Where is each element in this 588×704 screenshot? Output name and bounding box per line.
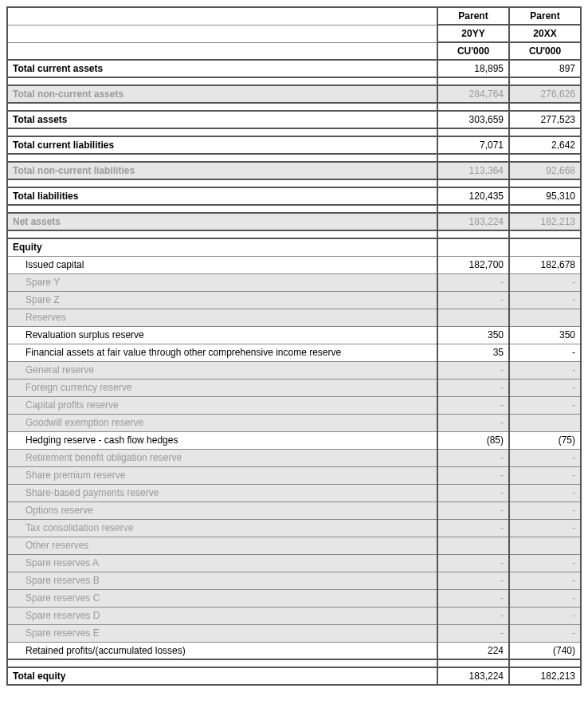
row-share-premium-reserve: Share premium reserve - - (7, 466, 581, 484)
cell-label: Other reserves (7, 537, 437, 554)
row-total-liabilities: Total liabilities 120,435 95,310 (7, 187, 581, 205)
cell-xx: 182,213 (509, 667, 581, 685)
cell-label: Tax consolidation reserve (7, 519, 437, 537)
cell-label: Spare reserves C (7, 589, 437, 607)
row-total-noncurrent-liabilities: Total non-current liabilities 113,364 92… (7, 162, 581, 179)
cell-yy: 120,435 (437, 187, 509, 205)
cell-label: Financial assets at fair value through o… (7, 344, 437, 361)
cell-yy (437, 238, 509, 256)
cell-label: Revaluation surplus reserve (7, 326, 437, 344)
cell-label: Retained profits/(accumulated losses) (7, 642, 437, 659)
header-blank (7, 7, 437, 25)
spacer (7, 77, 581, 85)
cell-xx: - (509, 466, 581, 484)
row-hedging-reserve: Hedging reserve - cash flow hedges (85) … (7, 431, 581, 449)
header-year-xx: 20XX (509, 25, 581, 42)
cell-xx: - (509, 484, 581, 501)
cell-yy: - (437, 589, 509, 607)
cell-yy: - (437, 607, 509, 624)
cell-xx: 350 (509, 326, 581, 344)
cell-yy: 113,364 (437, 162, 509, 179)
spacer (7, 179, 581, 187)
row-spare-reserves-e: Spare reserves E - - (7, 624, 581, 642)
cell-label: Issued capital (7, 256, 437, 273)
cell-xx: (740) (509, 642, 581, 659)
spacer (7, 128, 581, 136)
cell-label: Retirement benefit obligation reserve (7, 449, 437, 466)
row-net-assets: Net assets 183,224 182,213 (7, 213, 581, 230)
spacer (7, 154, 581, 162)
cell-xx: 182,213 (509, 213, 581, 230)
row-spare-reserves-c: Spare reserves C - - (7, 589, 581, 607)
cell-xx (509, 238, 581, 256)
row-total-current-assets: Total current assets 18,895 897 (7, 60, 581, 77)
row-reserves: Reserves (7, 309, 581, 326)
cell-xx (509, 537, 581, 554)
row-spare-reserves-b: Spare reserves B - - (7, 572, 581, 589)
cell-xx: - (509, 449, 581, 466)
cell-label: Foreign currency reserve (7, 379, 437, 396)
cell-xx: 95,310 (509, 187, 581, 205)
cell-yy (437, 537, 509, 554)
cell-label: Share premium reserve (7, 466, 437, 484)
row-spare-reserves-a: Spare reserves A - - (7, 554, 581, 572)
cell-xx: - (509, 624, 581, 642)
row-share-based-payments-reserve: Share-based payments reserve - - (7, 484, 581, 501)
spacer (7, 103, 581, 111)
header-row-unit: CU'000 CU'000 (7, 42, 581, 60)
cell-label: Spare reserves A (7, 554, 437, 572)
cell-label: Reserves (7, 309, 437, 326)
row-equity-heading: Equity (7, 238, 581, 256)
cell-yy: 35 (437, 344, 509, 361)
cell-xx: 277,523 (509, 111, 581, 128)
spacer (7, 659, 581, 667)
row-issued-capital: Issued capital 182,700 182,678 (7, 256, 581, 273)
header-unit-xx: CU'000 (509, 42, 581, 60)
cell-yy: - (437, 449, 509, 466)
cell-label: Equity (7, 238, 437, 256)
header-row-year: 20YY 20XX (7, 25, 581, 42)
cell-yy: - (437, 519, 509, 537)
row-total-noncurrent-assets: Total non-current assets 284,764 276,626 (7, 85, 581, 103)
header-parent-xx: Parent (509, 7, 581, 25)
cell-yy: - (437, 466, 509, 484)
cell-label: Total non-current liabilities (7, 162, 437, 179)
row-retained-profits: Retained profits/(accumulated losses) 22… (7, 642, 581, 659)
cell-yy: - (437, 484, 509, 501)
cell-xx: - (509, 273, 581, 291)
row-spare-reserves-d: Spare reserves D - - (7, 607, 581, 624)
cell-yy: - (437, 379, 509, 396)
cell-yy: 284,764 (437, 85, 509, 103)
cell-yy: - (437, 572, 509, 589)
row-total-current-liabilities: Total current liabilities 7,071 2,642 (7, 136, 581, 154)
cell-xx: - (509, 291, 581, 309)
cell-label: Total assets (7, 111, 437, 128)
cell-label: Spare reserves E (7, 624, 437, 642)
header-blank (7, 42, 437, 60)
row-spare-y: Spare Y - - (7, 273, 581, 291)
row-foreign-currency-reserve: Foreign currency reserve - - (7, 379, 581, 396)
cell-xx (509, 309, 581, 326)
cell-yy: 224 (437, 642, 509, 659)
cell-label: Hedging reserve - cash flow hedges (7, 431, 437, 449)
header-row-entity: Parent Parent (7, 7, 581, 25)
cell-label: Spare reserves B (7, 572, 437, 589)
cell-yy: (85) (437, 431, 509, 449)
cell-xx: - (509, 554, 581, 572)
cell-yy: 7,071 (437, 136, 509, 154)
spacer (7, 230, 581, 238)
cell-yy: 303,659 (437, 111, 509, 128)
cell-xx: - (509, 344, 581, 361)
row-spare-z: Spare Z - - (7, 291, 581, 309)
row-other-reserves: Other reserves (7, 537, 581, 554)
financial-table: Parent Parent 20YY 20XX CU'000 CU'000 To… (6, 6, 582, 686)
cell-yy (437, 309, 509, 326)
row-goodwill-exemption-reserve: Goodwill exemption reserve - (7, 414, 581, 431)
row-capital-profits-reserve: Capital profits reserve - - (7, 396, 581, 414)
cell-xx: - (509, 501, 581, 519)
row-retirement-benefit-reserve: Retirement benefit obligation reserve - … (7, 449, 581, 466)
cell-label: Capital profits reserve (7, 396, 437, 414)
row-revaluation-surplus: Revaluation surplus reserve 350 350 (7, 326, 581, 344)
row-fvoci-reserve: Financial assets at fair value through o… (7, 344, 581, 361)
row-tax-consolidation-reserve: Tax consolidation reserve - - (7, 519, 581, 537)
